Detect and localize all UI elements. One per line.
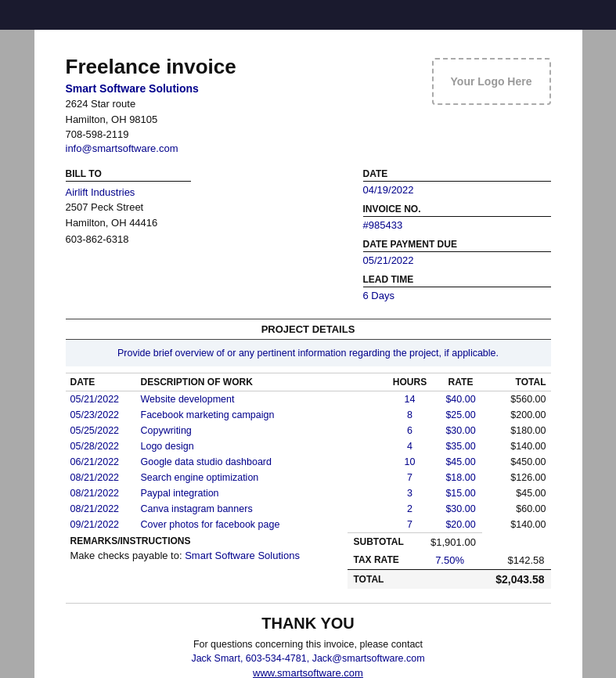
row-description: Copywriting — [136, 423, 387, 438]
row-hours: 3 — [387, 485, 434, 501]
page-background: Freelance invoice Smart Software Solutio… — [0, 30, 616, 678]
company-address1: 2624 Star route — [66, 96, 236, 112]
work-table: DATE DESCRIPTION OF WORK HOURS RATE TOTA… — [66, 373, 551, 532]
row-rate: $45.00 — [434, 454, 488, 470]
totals-table: SUBTOTAL $1,901.00 TAX RATE 7.50% $142.5… — [348, 532, 551, 589]
table-row: 05/21/2022 Website development 14 $40.00… — [66, 391, 551, 407]
row-date: 05/21/2022 — [66, 391, 136, 407]
thank-you-contact: For questions concerning this invoice, p… — [66, 639, 551, 650]
total-value: $2,043.58 — [482, 569, 551, 589]
row-date: 06/21/2022 — [66, 454, 136, 470]
bill-to-address1: 2507 Peck Street — [66, 200, 363, 216]
website-link[interactable]: www.smartsoftware.com — [253, 667, 363, 679]
invoice-no-value: #985433 — [363, 219, 551, 231]
lead-time-label: LEAD TIME — [363, 274, 551, 287]
row-description: Cover photos for facebook page — [136, 517, 387, 532]
invoice-no-label: INVOICE NO. — [363, 204, 551, 217]
date-value: 04/19/2022 — [363, 184, 551, 196]
invoice-document: Freelance invoice Smart Software Solutio… — [34, 30, 582, 678]
summary-area: REMARKS/INSTRUCTIONS Make checks payable… — [66, 532, 551, 589]
thank-you-section: THANK YOU For questions concerning this … — [66, 603, 551, 679]
lead-time-value: 6 Days — [363, 290, 551, 301]
table-row: 06/21/2022 Google data studio dashboard … — [66, 454, 551, 470]
date-field: DATE 04/19/2022 — [363, 168, 551, 196]
total-label: TOTAL — [348, 569, 418, 589]
row-rate: $20.00 — [434, 517, 488, 532]
company-info: Freelance invoice Smart Software Solutio… — [66, 55, 236, 154]
subtotal-value: $1,901.00 — [417, 532, 482, 551]
thank-you-title: THANK YOU — [66, 615, 551, 633]
thank-you-contact-details: Jack Smart, 603-534-4781, Jack@smartsoft… — [66, 653, 551, 664]
lead-time-field: LEAD TIME 6 Days — [363, 274, 551, 301]
row-total: $140.00 — [488, 438, 551, 454]
table-row: 05/23/2022 Facebook marketing campaign 8… — [66, 407, 551, 423]
payment-due-field: DATE PAYMENT DUE 05/21/2022 — [363, 239, 551, 266]
row-total: $450.00 — [488, 454, 551, 470]
tax-rate-row: TAX RATE 7.50% $142.58 — [348, 551, 551, 570]
company-email: info@smartsoftware.com — [66, 142, 236, 154]
row-hours: 4 — [387, 438, 434, 454]
row-hours: 14 — [387, 391, 434, 407]
row-description: Search engine optimization — [136, 470, 387, 485]
row-hours: 7 — [387, 470, 434, 485]
remarks-label: REMARKS/INSTRUCTIONS — [70, 536, 343, 546]
row-description: Website development — [136, 391, 387, 407]
company-address2: Hamilton, OH 98105 — [66, 112, 236, 128]
subtotal-row: SUBTOTAL $1,901.00 — [348, 532, 551, 551]
row-total: $560.00 — [488, 391, 551, 407]
col-total: TOTAL — [488, 373, 551, 391]
row-total: $45.00 — [488, 485, 551, 501]
date-label: DATE — [363, 168, 551, 182]
row-description: Canva instagram banners — [136, 501, 387, 517]
company-phone: 708-598-2119 — [66, 127, 236, 142]
row-total: $180.00 — [488, 423, 551, 438]
thank-you-website[interactable]: www.smartsoftware.com — [66, 667, 551, 679]
row-date: 08/21/2022 — [66, 485, 136, 501]
row-description: Google data studio dashboard — [136, 454, 387, 470]
row-rate: $30.00 — [434, 501, 488, 517]
remarks-content: Make checks payable to: Smart Software S… — [70, 550, 343, 561]
payment-due-value: 05/21/2022 — [363, 254, 551, 266]
row-description: Facebook marketing campaign — [136, 407, 387, 423]
row-date: 05/28/2022 — [66, 438, 136, 454]
bill-to-name: Airlift Industries — [66, 186, 363, 198]
table-row: 09/21/2022 Cover photos for facebook pag… — [66, 517, 551, 532]
remarks-text: Make checks payable to: — [70, 550, 186, 561]
top-bar — [0, 0, 616, 30]
meta-section: BILL TO Airlift Industries 2507 Peck Str… — [66, 168, 551, 309]
row-hours: 10 — [387, 454, 434, 470]
bill-to-label: BILL TO — [66, 168, 191, 182]
invoice-title: Freelance invoice — [66, 55, 236, 79]
project-overview: Provide brief overview of or any pertine… — [66, 340, 551, 366]
row-rate: $25.00 — [434, 407, 488, 423]
payment-due-label: DATE PAYMENT DUE — [363, 239, 551, 252]
row-total: $126.00 — [488, 470, 551, 485]
bill-to-address2: Hamilton, OH 44416 — [66, 215, 363, 232]
row-hours: 8 — [387, 407, 434, 423]
contact-details-text: Jack Smart, 603-534-4781, Jack@smartsoft… — [191, 653, 424, 664]
row-rate: $35.00 — [434, 438, 488, 454]
row-rate: $40.00 — [434, 391, 488, 407]
row-hours: 2 — [387, 501, 434, 517]
row-total: $140.00 — [488, 517, 551, 532]
table-row: 05/28/2022 Logo design 4 $35.00 $140.00 — [66, 438, 551, 454]
subtotal-label: SUBTOTAL — [348, 532, 418, 551]
bill-to-section: BILL TO Airlift Industries 2507 Peck Str… — [66, 168, 363, 309]
total-row: TOTAL $2,043.58 — [348, 569, 551, 589]
project-details-header: PROJECT DETAILS — [66, 319, 551, 340]
row-date: 09/21/2022 — [66, 517, 136, 532]
outer-wrapper: Freelance invoice Smart Software Solutio… — [0, 0, 616, 678]
logo-placeholder: Your Logo Here — [432, 58, 551, 105]
row-hours: 6 — [387, 423, 434, 438]
remarks-section: REMARKS/INSTRUCTIONS Make checks payable… — [66, 532, 348, 589]
remarks-company: Smart Software Solutions — [185, 550, 300, 561]
col-hours: HOURS — [387, 373, 434, 391]
tax-rate-value: $142.58 — [482, 551, 551, 570]
row-date: 08/21/2022 — [66, 501, 136, 517]
table-row: 05/25/2022 Copywriting 6 $30.00 $180.00 — [66, 423, 551, 438]
row-date: 05/25/2022 — [66, 423, 136, 438]
tax-rate-percent: 7.50% — [417, 551, 482, 570]
row-date: 05/23/2022 — [66, 407, 136, 423]
invoice-header: Freelance invoice Smart Software Solutio… — [66, 55, 551, 154]
row-total: $60.00 — [488, 501, 551, 517]
